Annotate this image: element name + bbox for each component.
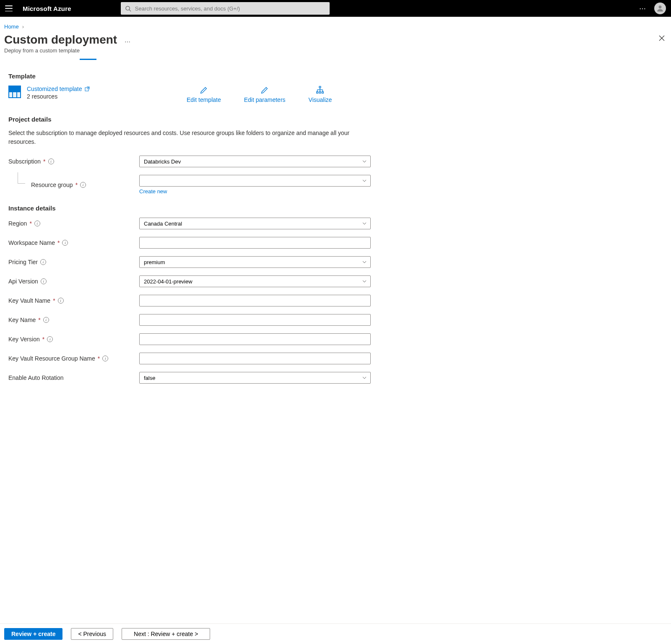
info-icon[interactable]: i (41, 278, 47, 284)
required-asterisk: * (53, 297, 55, 304)
edit-parameters-label: Edit parameters (244, 96, 286, 103)
info-icon[interactable]: i (48, 158, 54, 164)
page-header: Custom deployment ⋯ Deploy from a custom… (0, 33, 671, 57)
template-icon (8, 86, 21, 98)
edit-parameters-button[interactable]: Edit parameters (244, 86, 286, 103)
required-asterisk: * (98, 355, 100, 362)
pricing-tier-row: Pricing Tier i (8, 256, 373, 268)
info-icon[interactable]: i (34, 221, 40, 226)
key-vault-name-label: Key Vault Name (8, 297, 50, 304)
customized-template-link[interactable]: Customized template (27, 86, 90, 92)
required-asterisk: * (57, 239, 60, 246)
info-icon[interactable]: i (47, 336, 53, 342)
menu-icon[interactable] (5, 5, 13, 11)
instance-details-title: Instance details (8, 205, 373, 212)
key-name-label: Key Name (8, 317, 36, 323)
brand-label: Microsoft Azure (23, 5, 71, 12)
workspace-name-row: Workspace Name * i (8, 237, 373, 249)
key-name-input[interactable] (139, 314, 371, 326)
key-vault-rg-input[interactable] (139, 353, 371, 364)
region-row: Region * i (8, 218, 373, 229)
resource-group-select[interactable] (139, 175, 371, 187)
svg-rect-7 (320, 92, 321, 93)
pencil-icon (260, 86, 269, 95)
info-icon[interactable]: i (40, 259, 46, 265)
page-title: Custom deployment (4, 33, 117, 47)
workspace-name-input[interactable] (139, 237, 371, 249)
required-asterisk: * (42, 336, 44, 343)
breadcrumb-home[interactable]: Home (4, 23, 19, 30)
top-bar: Microsoft Azure ⋯ (0, 0, 671, 17)
search-wrap (121, 2, 330, 15)
required-asterisk: * (29, 220, 31, 227)
chevron-right-icon: › (22, 23, 24, 30)
workspace-name-label: Workspace Name (8, 239, 55, 246)
create-new-link[interactable]: Create new (139, 188, 167, 195)
template-row: Customized template 2 resources Edit tem… (8, 86, 373, 103)
customized-template-label: Customized template (27, 86, 82, 92)
key-vault-rg-row: Key Vault Resource Group Name * i (8, 353, 373, 364)
subscription-label: Subscription (8, 158, 41, 165)
region-select[interactable] (139, 218, 371, 229)
info-icon[interactable]: i (43, 317, 49, 323)
visualize-label: Visualize (309, 96, 332, 103)
info-icon[interactable]: i (80, 182, 86, 188)
project-details-help: Select the subscription to manage deploy… (8, 129, 352, 146)
required-asterisk: * (75, 182, 78, 188)
search-input[interactable] (121, 2, 330, 15)
avatar[interactable] (654, 3, 666, 14)
resource-group-row: Resource group * i Create new (8, 175, 373, 195)
api-version-select[interactable] (139, 275, 371, 287)
key-name-row: Key Name * i (8, 314, 373, 326)
subscription-select[interactable] (139, 156, 371, 167)
resource-group-label: Resource group (31, 182, 73, 188)
more-icon[interactable]: ⋯ (639, 5, 647, 13)
key-vault-rg-label: Key Vault Resource Group Name (8, 355, 95, 362)
key-version-input[interactable] (139, 333, 371, 345)
key-vault-name-input[interactable] (139, 295, 371, 306)
required-asterisk: * (43, 158, 45, 165)
key-version-row: Key Version * i (8, 333, 373, 345)
page-more-icon[interactable]: ⋯ (125, 39, 131, 45)
info-icon[interactable]: i (102, 356, 108, 361)
project-details-title: Project details (8, 116, 373, 123)
pencil-icon (199, 86, 208, 95)
pricing-tier-select[interactable] (139, 256, 371, 268)
template-section-title: Template (8, 73, 373, 80)
svg-point-0 (659, 5, 662, 8)
enable-auto-rotation-select[interactable] (139, 372, 371, 384)
breadcrumb: Home › (0, 17, 671, 33)
svg-rect-5 (320, 86, 321, 88)
page-subtitle: Deploy from a custom template (4, 47, 131, 54)
close-icon[interactable] (657, 33, 667, 44)
visualize-button[interactable]: Visualize (309, 86, 332, 103)
external-link-icon (85, 86, 90, 91)
api-version-row: Api Version i (8, 275, 373, 287)
svg-line-4 (87, 87, 89, 89)
edit-template-label: Edit template (187, 96, 221, 103)
pricing-tier-label: Pricing Tier (8, 259, 38, 265)
svg-rect-8 (322, 92, 324, 93)
template-summary: Customized template 2 resources (8, 86, 164, 100)
key-version-label: Key Version (8, 336, 40, 343)
key-vault-name-row: Key Vault Name * i (8, 295, 373, 306)
required-asterisk: * (38, 317, 40, 323)
region-label: Region (8, 220, 27, 227)
enable-auto-rotation-row: Enable Auto Rotation (8, 372, 373, 384)
enable-auto-rotation-label: Enable Auto Rotation (8, 374, 64, 381)
info-icon[interactable]: i (58, 298, 64, 304)
diagram-icon (315, 86, 325, 95)
edit-template-button[interactable]: Edit template (187, 86, 221, 103)
subscription-row: Subscription * i (8, 156, 373, 167)
user-icon (656, 4, 664, 13)
template-resources-label: 2 resources (27, 93, 90, 100)
svg-rect-6 (317, 92, 318, 93)
api-version-label: Api Version (8, 278, 38, 285)
info-icon[interactable]: i (62, 240, 68, 246)
